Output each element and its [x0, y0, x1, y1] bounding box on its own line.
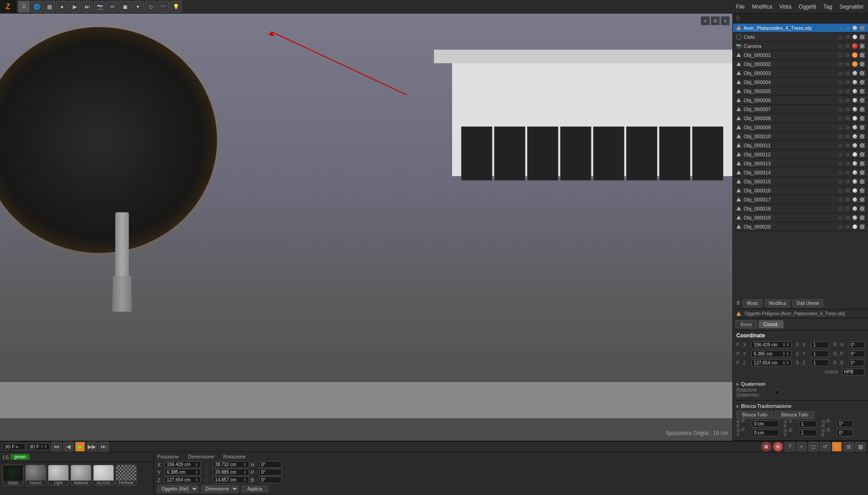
list-item[interactable]: Obj_000020 ◻⊡ — [733, 222, 868, 231]
blocca-rh-val[interactable]: 0° — [837, 420, 853, 427]
list-item[interactable]: Obj_000009 ◻⊡ — [733, 123, 868, 132]
list-item[interactable]: Obj_000005 ◻⊡ — [733, 87, 868, 96]
menu-tag[interactable]: Tag — [823, 4, 832, 10]
list-item[interactable]: Obj_000019 ◻⊡ — [733, 213, 868, 222]
tp-y-dim[interactable]: 20.885 cm ⬆ — [213, 469, 249, 476]
tp-z-dim-arrows[interactable]: ⬆ — [243, 478, 247, 482]
list-item[interactable]: Obj_000007 ◻⊡ — [733, 105, 868, 114]
blocca-sy-val[interactable]: 1 — [799, 430, 817, 436]
toolbar-icon-forward[interactable]: ⏭ — [81, 1, 93, 13]
px-value[interactable]: 156.429 cm ⬆⬇ — [751, 341, 791, 348]
viewport-3d[interactable]: ✛ ⚙ ✕ Spaziatura Griglia : 10 cm — [0, 14, 732, 441]
applica-button[interactable]: Applica — [241, 486, 268, 492]
menu-vista[interactable]: Vista — [779, 4, 791, 10]
obj-ctrl-checker[interactable] — [859, 25, 865, 31]
mat-glass2[interactable]: GLASS — [93, 465, 114, 486]
frame-arrow[interactable]: ▶ — [16, 444, 19, 449]
tp-x-pos[interactable]: 156.429 cm ⬆ — [165, 461, 201, 468]
px-spinbox[interactable]: ⬆⬇ — [782, 342, 789, 347]
obj-ctrl-mat[interactable] — [852, 25, 858, 31]
tp-y-rot[interactable]: 0° — [259, 469, 282, 476]
btn-stop-record[interactable]: ⏺ — [773, 442, 783, 452]
toolbar-icon-world[interactable]: 🌐 — [31, 1, 42, 13]
btn-next-frame[interactable]: ▶▶ — [87, 442, 97, 452]
vp-settings-btn[interactable]: ⚙ — [711, 16, 720, 25]
tp-z-dim[interactable]: 14.857 cm ⬆ — [213, 476, 249, 483]
btn-add-key[interactable]: + — [797, 442, 807, 452]
green-tag[interactable]: green — [10, 454, 29, 460]
camera-ctrl-checker[interactable] — [859, 43, 865, 49]
tp-x-dim[interactable]: 38.732 cm ⬆ — [213, 461, 249, 468]
rh-value[interactable]: 0° — [849, 341, 864, 348]
py-value[interactable]: 6.385 cm ⬆⬇ — [751, 350, 791, 357]
obj-ctrl-render[interactable]: ⊡ — [844, 25, 851, 31]
list-item[interactable]: Obj_000006 ◻⊡ — [733, 96, 868, 105]
blocca-px-val[interactable]: 0 cm — [752, 420, 779, 427]
list-item[interactable]: Obj_000015 ◻⊡ — [733, 177, 868, 186]
camera-ctrl-red[interactable] — [852, 43, 858, 49]
list-item[interactable]: Obj_000008 ◻⊡ — [733, 114, 868, 123]
toolbar-icon-light[interactable]: 💡 — [170, 1, 182, 13]
obj-row-camera[interactable]: 📷 Camera ◻ ⊡ — [733, 42, 868, 51]
cielo-ctrl-mat[interactable] — [852, 34, 858, 40]
tp-z-pos[interactable]: 127.654 cm ⬆ — [165, 476, 201, 483]
blocca-py-val[interactable]: 0 cm — [752, 430, 779, 436]
list-item[interactable]: Obj_000017 ◻⊡ — [733, 195, 868, 204]
menu-oggetti[interactable]: Oggetti — [799, 4, 816, 10]
toolbar-icon-camera[interactable]: 📷 — [94, 1, 106, 13]
mat-perforat[interactable]: Perforat — [116, 465, 137, 486]
pz-value[interactable]: 127.654 cm ⬆⬇ — [751, 360, 791, 366]
vp-move-btn[interactable]: ✛ — [701, 16, 710, 25]
mat-glass[interactable]: Glass — [3, 465, 24, 486]
btn-record[interactable]: ⏹ — [761, 442, 771, 452]
btn-skip-start[interactable]: ⏮ — [52, 442, 61, 452]
blocca-sx-val[interactable]: 1 — [799, 420, 817, 427]
rp-value[interactable]: 0° — [849, 350, 864, 357]
list-item[interactable]: Obj_000016 ◻⊡ — [733, 186, 868, 195]
toolbar-icon-edit[interactable]: ✏ — [107, 1, 118, 13]
list-item[interactable]: Obj_000013 ◻⊡ — [733, 159, 868, 168]
blocca-rp-val[interactable]: 0° — [837, 430, 853, 436]
toolbar-icon-wave[interactable]: 〰 — [157, 1, 169, 13]
list-item[interactable]: Obj_000010 ◻⊡ — [733, 132, 868, 141]
obj-ctrl-vis[interactable]: ◻ — [837, 25, 844, 31]
sblocca-tutto-button[interactable]: Sblocca Tutto — [775, 411, 814, 419]
sx-value[interactable]: 1 — [811, 341, 829, 348]
list-item[interactable]: Obj_000004 ◻⊡ — [733, 78, 868, 87]
obj-row-cielo[interactable]: Cielo ◻ ⊡ — [733, 33, 868, 42]
list-item[interactable]: Obj_000002 ◻⊡ — [733, 60, 868, 69]
toolbar-icon-layout[interactable]: ⠿ — [18, 1, 30, 13]
tp-y-dim-arrows[interactable]: ⬆ — [243, 470, 247, 475]
tp-y-pos[interactable]: 6.385 cm ⬆ — [165, 469, 201, 476]
toolbar-icon-timeline[interactable]: ▦ — [43, 1, 55, 13]
btn-loop[interactable]: ↺ — [820, 442, 830, 452]
vp-close-btn[interactable]: ✕ — [721, 16, 730, 25]
pz-spinbox[interactable]: ⬆⬇ — [782, 360, 789, 365]
cielo-ctrl-checker[interactable] — [859, 34, 865, 40]
tp-z-pos-arrows[interactable]: ⬆ — [195, 478, 198, 482]
ordine-value[interactable]: HPB — [842, 369, 864, 375]
mat-material[interactable]: Material — [71, 465, 91, 486]
tp-x-dim-arrows[interactable]: ⬆ — [243, 462, 247, 467]
tab-base[interactable]: Base — [736, 320, 757, 328]
btn-skip-end[interactable]: ⏭ — [99, 442, 108, 452]
btn-grid[interactable]: ⊞ — [844, 442, 854, 452]
mat-nuovo[interactable]: Nuovo — [25, 465, 46, 486]
btn-play[interactable]: ▶ — [75, 442, 85, 452]
camera-ctrl-render[interactable]: ⊡ — [844, 43, 851, 49]
toolbar-icon-play[interactable]: ▶ — [69, 1, 80, 13]
btn-prev-frame[interactable]: ◀ — [63, 442, 73, 452]
sy-value[interactable]: 1 — [811, 350, 829, 357]
menu-segnalibri[interactable]: Segnalibri — [840, 4, 863, 10]
btn-key-mode[interactable]: ◻ — [808, 442, 818, 452]
list-item[interactable]: Obj_000001 ◻⊡ — [733, 51, 868, 60]
frame-input-2[interactable]: 90 F ⬆⬇ — [27, 443, 50, 450]
cielo-ctrl-vis[interactable]: ◻ — [837, 34, 844, 40]
mat-light[interactable]: Light — [48, 465, 69, 486]
tp-x-pos-arrows[interactable]: ⬆ — [195, 462, 198, 467]
list-item[interactable]: Obj_000003 ◻⊡ — [733, 69, 868, 78]
cielo-ctrl-render[interactable]: ⊡ — [844, 34, 851, 40]
list-item[interactable]: Obj_000014 ◻⊡ — [733, 168, 868, 177]
dati-utente-button[interactable]: Dati Utente — [793, 299, 823, 307]
object-rel-select[interactable]: Oggetto (Rel) — [157, 485, 198, 493]
